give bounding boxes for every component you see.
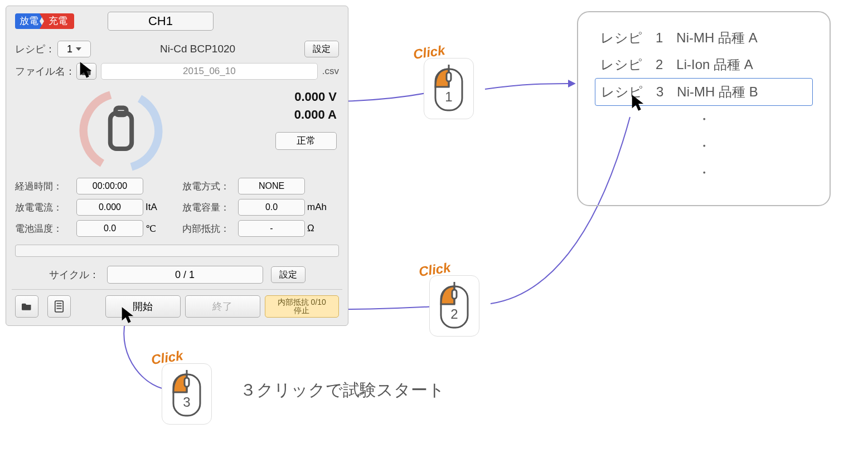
channel-panel: 放電 充電 CH1 レシピ： 1 Ni-Cd BCP1020 設定 ファイル名：…	[6, 6, 348, 326]
recipe-item-num: 1	[656, 30, 663, 46]
current-reading: 0.000 A	[275, 108, 337, 122]
mode-tag: 放電 充電	[15, 13, 74, 29]
recipe-dropdown[interactable]: 1	[57, 41, 91, 57]
start-button[interactable]: 開始	[105, 295, 181, 318]
elapsed-value: 00:00:00	[76, 178, 143, 194]
ir-status-line2: 停止	[294, 306, 309, 315]
discharge-capacity-value: 0.0	[238, 199, 305, 216]
elapsed-label: 経過時間：	[15, 180, 76, 193]
progress-bar	[15, 245, 339, 257]
ir-label: 内部抵抗：	[182, 222, 238, 235]
recipe-item-name: Ni-MH 品種 A	[676, 29, 757, 47]
caption: ３クリックで試験スタート	[240, 379, 445, 402]
mouse-step-1: Click 1	[424, 45, 474, 119]
document-icon	[54, 300, 64, 313]
recipe-item-name: Li-Ion 品種 A	[676, 56, 753, 74]
file-label: ファイル名：	[15, 65, 76, 78]
recipe-list-item[interactable]: レシピ 3 Ni-MH 品種 B	[595, 78, 813, 106]
mouse-step-3: Click 3	[162, 350, 212, 425]
svg-rect-20	[185, 378, 189, 387]
recipe-name: Ni-Cd BCP1020	[91, 43, 304, 55]
ir-status-line1: 内部抵抗 0/10	[278, 298, 326, 306]
gauge-area: 0.000 V 0.000 A 正常	[15, 86, 339, 176]
open-folder-button[interactable]	[15, 295, 38, 318]
svg-rect-10	[447, 72, 451, 81]
readings: 0.000 V 0.000 A 正常	[275, 86, 339, 176]
discharge-mode-value: NONE	[238, 178, 305, 194]
svg-text:3: 3	[183, 394, 190, 410]
cursor-icon	[78, 61, 94, 79]
folder-icon	[22, 303, 32, 310]
recipe-item-label: レシピ	[600, 29, 642, 47]
cursor-icon	[630, 94, 646, 112]
recipe-list-popup: レシピ 1 Ni-MH 品種 A レシピ 2 Li-Ion 品種 A レシピ 3…	[577, 11, 831, 206]
svg-text:2: 2	[450, 306, 458, 321]
end-button[interactable]: 終了	[185, 295, 260, 318]
temp-value: 0.0	[76, 220, 143, 237]
recipe-item-name: Ni-MH 品種 B	[677, 83, 758, 101]
discharge-current-unit: ItA	[143, 202, 166, 213]
recipe-item-num: 2	[656, 57, 663, 72]
cursor-icon	[120, 306, 135, 324]
cycle-value: 0 / 1	[107, 266, 263, 284]
recipe-list-item[interactable]: レシピ 2 Li-Ion 品種 A	[595, 51, 813, 78]
channel-indicator: CH1	[108, 12, 214, 31]
battery-gauge	[76, 86, 166, 176]
mouse-icon: 3	[162, 363, 212, 425]
file-row: ファイル名： 2015_06_10 .csv	[15, 63, 339, 80]
svg-point-0	[76, 86, 166, 176]
cycle-label: サイクル：	[49, 268, 99, 281]
divider	[12, 289, 342, 290]
file-ext: .csv	[322, 66, 339, 77]
metrics-grid: 経過時間： 00:00:00 放電方式： NONE 放電電流： 0.000 It…	[15, 178, 339, 237]
status-indicator: 正常	[275, 132, 337, 150]
ellipsis: ・・・	[595, 106, 813, 186]
recipe-item-label: レシピ	[600, 56, 642, 74]
discharge-current-label: 放電電流：	[15, 201, 76, 214]
mode-discharge: 放電	[15, 13, 44, 29]
cycle-row: サイクル： 0 / 1 設定	[15, 266, 339, 284]
svg-point-1	[76, 86, 166, 176]
discharge-capacity-label: 放電容量：	[182, 201, 238, 214]
recipe-label: レシピ：	[15, 42, 55, 56]
recipe-selected: 1	[67, 43, 72, 55]
svg-rect-2	[110, 113, 132, 149]
log-button[interactable]	[47, 295, 71, 318]
recipe-row: レシピ： 1 Ni-Cd BCP1020 設定	[15, 41, 339, 57]
discharge-capacity-unit: mAh	[305, 202, 333, 213]
mouse-step-2: Click 2	[429, 262, 479, 337]
header-row: 放電 充電 CH1	[15, 12, 339, 31]
svg-text:1: 1	[445, 89, 452, 104]
discharge-current-value: 0.000	[76, 199, 143, 216]
temp-label: 電池温度：	[15, 222, 76, 235]
file-name-input[interactable]: 2015_06_10	[101, 63, 318, 80]
mouse-icon: 2	[429, 275, 479, 337]
discharge-mode-label: 放電方式：	[182, 180, 238, 193]
mouse-icon: 1	[424, 58, 474, 119]
recipe-list-item[interactable]: レシピ 1 Ni-MH 品種 A	[595, 25, 813, 51]
ir-value: -	[238, 220, 305, 237]
svg-rect-15	[452, 290, 457, 299]
mode-charge: 充電	[40, 13, 74, 29]
ir-unit: Ω	[305, 223, 333, 234]
temp-unit: ℃	[143, 223, 166, 235]
bottom-row: 開始 終了 内部抵抗 0/10 停止	[15, 295, 339, 318]
recipe-item-num: 3	[656, 84, 663, 100]
voltage-reading: 0.000 V	[275, 90, 337, 104]
ir-status-box: 内部抵抗 0/10 停止	[265, 295, 339, 318]
recipe-settings-button[interactable]: 設定	[304, 41, 339, 57]
cycle-settings-button[interactable]: 設定	[271, 266, 306, 283]
